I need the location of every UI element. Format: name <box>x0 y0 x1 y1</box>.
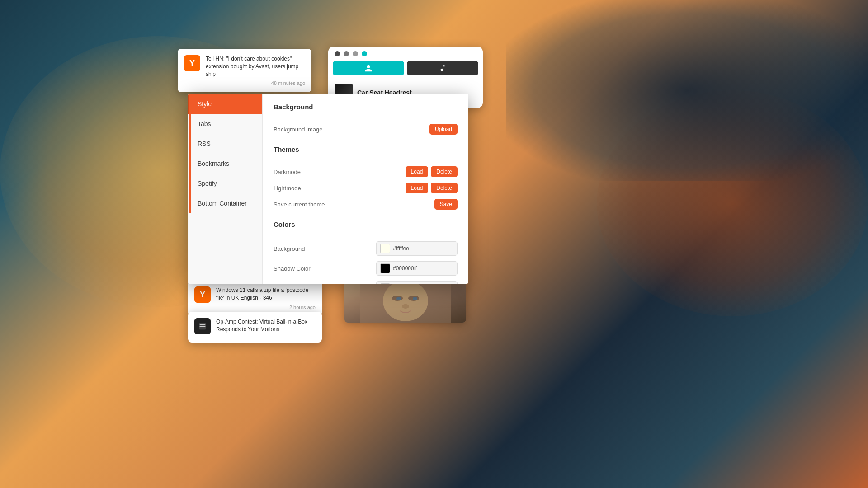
music-tab-profile[interactable] <box>333 61 404 75</box>
sidebar-accent-rss <box>189 134 191 154</box>
sidebar-item-bottom-container[interactable]: Bottom Container <box>188 193 262 213</box>
svg-point-2 <box>383 281 428 321</box>
sidebar-item-spotify[interactable]: Spotify <box>188 174 262 193</box>
sidebar-accent-bottom <box>189 193 191 213</box>
hn-text-bottom-1: Windows 11 calls a zip file a 'postcode … <box>216 286 316 310</box>
sidebar-item-style[interactable]: Style <box>188 94 262 114</box>
svg-point-6 <box>413 297 417 300</box>
art-image <box>344 279 466 323</box>
music-tabs <box>328 61 483 79</box>
accent-color-input[interactable]: #e3e3e3ff <box>376 281 458 284</box>
save-theme-label: Save current theme <box>274 201 325 208</box>
colors-section-title: Colors <box>274 221 458 228</box>
settings-sidebar: Style Tabs RSS Bookmarks Spotify Bottom … <box>188 94 263 284</box>
colors-divider <box>274 235 458 235</box>
accent-color-row: Accent Color #e3e3e3ff <box>274 281 458 284</box>
sidebar-accent-spotify <box>189 174 191 193</box>
darkmode-label: Darkmode <box>274 169 301 175</box>
upload-button[interactable]: Upload <box>429 124 458 135</box>
traffic-dot-2[interactable] <box>344 51 349 56</box>
traffic-dot-4[interactable] <box>362 51 367 56</box>
shadow-color-label: Shadow Color <box>274 265 311 272</box>
background-color-swatch <box>380 244 390 253</box>
background-color-value: #fffffee <box>393 245 409 252</box>
background-color-input[interactable]: #fffffee <box>376 241 458 256</box>
background-image-label: Background image <box>274 126 322 133</box>
themes-section-title: Themes <box>274 145 458 153</box>
music-tab-music[interactable] <box>407 61 478 75</box>
settings-panel: Style Tabs RSS Bookmarks Spotify Bottom … <box>188 94 468 284</box>
background-image-row: Background image Upload <box>274 124 458 135</box>
svg-point-7 <box>402 304 409 309</box>
sidebar-accent-bookmarks <box>189 154 191 174</box>
hn-card-bottom-1: Y Windows 11 calls a zip file a 'postcod… <box>188 280 322 316</box>
hn-logo-bottom-1: Y <box>194 286 211 303</box>
dark-overlay-top <box>506 0 868 181</box>
darkmode-delete-button[interactable]: Delete <box>431 166 458 177</box>
background-divider <box>274 117 458 117</box>
art-card <box>344 279 466 323</box>
hn-logo-top: Y <box>184 55 200 71</box>
save-theme-button[interactable]: Save <box>434 199 458 210</box>
lightmode-label: Lightmode <box>274 185 301 192</box>
shadow-color-row: Shadow Color #000000ff <box>274 261 458 276</box>
hn-text-top: Tell HN: "I don't care about cookies" ex… <box>206 55 305 86</box>
settings-content: Background Background image Upload Theme… <box>263 94 468 284</box>
shadow-color-input[interactable]: #000000ff <box>376 261 458 276</box>
themes-section: Themes Darkmode Load Delete Lightmode Lo… <box>274 145 458 210</box>
background-color-label: Background <box>274 245 305 252</box>
sidebar-item-bookmarks[interactable]: Bookmarks <box>188 154 262 174</box>
background-color-row: Background #fffffee <box>274 241 458 256</box>
sidebar-item-rss[interactable]: RSS <box>188 134 262 154</box>
darkmode-load-button[interactable]: Load <box>406 166 429 177</box>
svg-point-5 <box>396 297 401 300</box>
traffic-dot-1[interactable] <box>335 51 340 56</box>
hn-time-top: 48 minutes ago <box>206 80 305 86</box>
hn-card-bottom-2: Op-Amp Contest: Virtual Ball-in-a-Box Re… <box>188 312 322 343</box>
shadow-color-swatch <box>380 263 390 273</box>
music-titlebar <box>328 47 483 61</box>
background-section: Background Background image Upload <box>274 103 458 135</box>
hn-title-top: Tell HN: "I don't care about cookies" ex… <box>206 55 305 78</box>
art-svg <box>360 279 451 323</box>
hn-logo-bottom-2 <box>194 318 211 334</box>
lightmode-buttons: Load Delete <box>406 183 458 193</box>
hn-card-top: Y Tell HN: "I don't care about cookies" … <box>178 49 311 92</box>
accent-color-swatch <box>380 283 390 284</box>
darkmode-buttons: Load Delete <box>406 166 458 177</box>
sidebar-accent-tabs <box>189 114 191 134</box>
hn-time-bottom-1: 2 hours ago <box>216 305 316 310</box>
themes-divider <box>274 160 458 160</box>
hn-title-bottom-2: Op-Amp Contest: Virtual Ball-in-a-Box Re… <box>216 318 316 333</box>
colors-section: Colors Background #fffffee Shadow Color … <box>274 221 458 284</box>
lightmode-load-button[interactable]: Load <box>406 183 429 193</box>
save-theme-row: Save current theme Save <box>274 199 458 210</box>
lightmode-delete-button[interactable]: Delete <box>431 183 458 193</box>
darkmode-row: Darkmode Load Delete <box>274 166 458 177</box>
lightmode-row: Lightmode Load Delete <box>274 183 458 193</box>
hn-title-bottom-1: Windows 11 calls a zip file a 'postcode … <box>216 286 316 302</box>
background-section-title: Background <box>274 103 458 111</box>
shadow-color-value: #000000ff <box>393 265 417 272</box>
traffic-dot-3[interactable] <box>353 51 358 56</box>
hn-text-bottom-2: Op-Amp Contest: Virtual Ball-in-a-Box Re… <box>216 318 316 336</box>
sidebar-item-tabs[interactable]: Tabs <box>188 114 262 134</box>
